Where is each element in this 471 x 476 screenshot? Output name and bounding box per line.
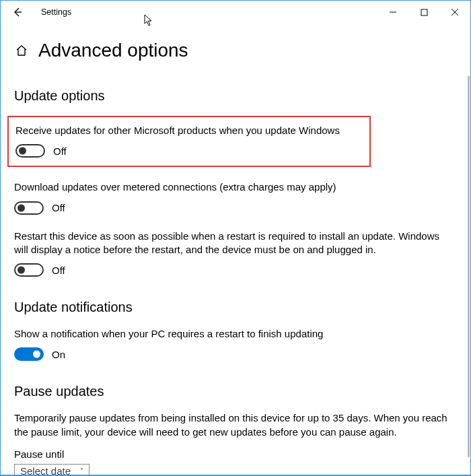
back-button[interactable] [6,1,28,23]
section-update-options: Update options Receive updates for other… [14,88,460,277]
chevron-down-icon: ˅ [80,467,83,475]
toggle-restart[interactable] [14,263,44,277]
toggle-notification[interactable] [14,347,44,361]
window-title: Settings [41,7,71,17]
setting-restart: Restart this device as soon as possible … [14,230,460,277]
section-heading: Pause updates [14,384,460,399]
heading-row: Advanced options [14,40,460,61]
scrollbar[interactable] [468,76,470,457]
pause-until-label: Pause until [14,448,460,460]
close-button[interactable] [439,1,470,24]
toggle-state-label: Off [52,202,65,213]
toggle-state-label: Off [53,145,67,157]
toggle-state-label: On [52,349,65,360]
setting-label: Show a notification when your PC require… [14,327,460,341]
setting-label: Restart this device as soon as possible … [14,230,446,257]
minimize-button[interactable] [377,1,408,24]
titlebar: Settings [1,1,470,24]
pause-description: Temporarily pause updates from being ins… [14,411,460,439]
svg-rect-1 [421,9,427,15]
toggle-state-label: Off [52,265,65,276]
page-title: Advanced options [38,40,188,61]
highlight-box: Receive updates for other Microsoft prod… [7,116,371,167]
toggle-metered[interactable] [14,201,44,215]
setting-label: Receive updates for other Microsoft prod… [15,124,363,137]
section-pause-updates: Pause updates Temporarily pause updates … [14,384,460,476]
home-icon[interactable] [14,43,29,58]
setting-notification: Show a notification when your PC require… [14,327,460,361]
window-controls [377,1,470,24]
content: Advanced options Update options Receive … [1,24,470,476]
section-update-notifications: Update notifications Show a notification… [14,300,460,361]
window-border-bottom [1,475,470,475]
section-heading: Update options [14,88,460,104]
setting-metered: Download updates over metered connection… [14,180,460,214]
maximize-button[interactable] [408,1,439,24]
toggle-receive-updates[interactable] [15,144,45,158]
setting-label: Download updates over metered connection… [14,180,460,194]
section-heading: Update notifications [14,300,460,315]
